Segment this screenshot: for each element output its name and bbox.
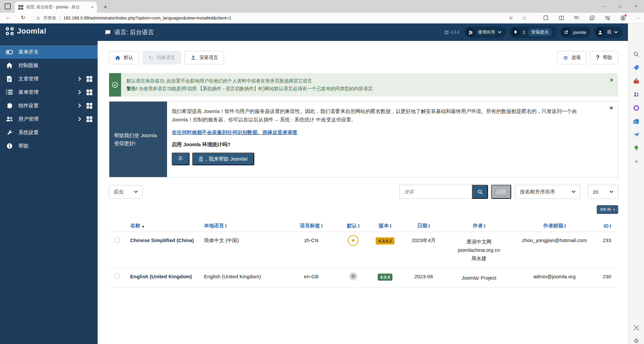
browser-toolbar: ← ↻ ⚠ 不安全 | 192.168.0.99/administrator/i… [0,13,644,23]
sidebar-shopping-icon[interactable] [632,64,640,72]
sidebar-games-icon[interactable] [632,91,640,99]
sidebar-add-icon[interactable]: + [632,158,640,166]
header-name[interactable]: 名称▲ [125,220,199,232]
favorites-icon[interactable] [573,14,580,22]
alert-message: 默认语言保存成功, 此设置不会影响用户在他们的个人资料中或者在登录页面选择其它语… [121,73,389,97]
chevron-down-icon [609,190,613,193]
close-window-button[interactable]: × [628,0,644,13]
stats-review-link[interactable]: 在任何时候都不会采集到任何识别数据。选择这里来审查 [172,129,298,136]
refresh-button[interactable]: ↻ [21,14,25,21]
notifications-button[interactable]: 2 安装提示 [509,26,556,38]
preview-site-button[interactable]: joomla [560,26,591,38]
sidebar-grow-icon[interactable] [632,144,640,152]
alert-line2: 警告! 当使用多语言功能是(即启用 【系统插件 - 语言切换插件】时)网站默认语… [126,85,374,93]
split-screen-icon[interactable] [557,14,565,22]
minimize-button[interactable]: ─ [597,0,612,13]
dashboard-grid-icon[interactable] [87,116,92,122]
question-icon: ? [596,55,599,61]
new-tab-button[interactable]: + [101,2,110,12]
client-select[interactable]: 后台 [109,185,143,198]
author-email-cell: admin@joomla.org [513,268,596,288]
sidebar-tools-icon[interactable] [632,77,640,85]
header-date[interactable]: 日期▴▾ [402,220,445,232]
stats-body: 我们希望提高 Joomla！软件与用户的服务器设置的兼容性。因此，我们需要来自您… [167,102,618,177]
author-cell: Joomla! Project [445,268,513,288]
help-button[interactable]: ? 帮助 [590,51,618,64]
header-version[interactable]: 版本▴▾ [368,220,402,232]
set-default-icon[interactable] [349,272,357,280]
sidebar-screenshot-icon[interactable] [632,324,640,332]
stats-close-icon[interactable]: × [609,104,613,112]
limit-select[interactable]: 20 [588,185,618,199]
filter-bar: 后台 清除 按名称升序排序 20 [109,185,618,199]
header-author[interactable]: 作者▴▾ [445,220,513,232]
sidebar-outlook-icon[interactable] [632,117,640,125]
sidebar-search-icon[interactable] [632,50,640,58]
settings-more-icon[interactable]: ⋯ [635,14,642,22]
sidebar-item-users[interactable]: 用户管理 [0,112,98,126]
extensions-icon[interactable] [542,14,549,22]
stats-yes-button[interactable]: 是，我来帮助 Joomla! [192,153,254,165]
row-radio[interactable] [114,274,120,279]
tab-close-icon[interactable]: × [91,5,94,10]
header-tag[interactable]: 语言标签▴▾ [284,220,338,232]
dashboard-grid-icon[interactable] [87,103,92,109]
back-button[interactable]: ← [5,14,11,20]
tour-button[interactable]: 使用向导 [465,26,506,38]
dashboard-grid-icon[interactable] [87,90,92,95]
filter-right-group: 清除 按名称升序排序 20 [399,185,618,199]
bell-icon [511,28,520,37]
puzzle-icon [5,103,13,109]
chevron-right-icon [78,76,81,81]
sort-select[interactable]: 按名称升序排序 [515,185,580,199]
language-name[interactable]: Chinese Simplified (China) [125,232,199,268]
dashboard-grid-icon[interactable] [87,76,92,82]
header-id[interactable]: ID▴▾ [596,220,617,232]
add-favorite-icon[interactable]: ☆ [522,15,527,21]
sort-icon: ▴▾ [225,224,227,228]
address-bar[interactable]: ⚠ 不安全 | 192.168.0.99/administrator/index… [36,13,231,23]
browser-tab[interactable]: 语言: 后台语言 - joomla - 后台 × [15,2,97,13]
columns-badge[interactable]: 9/9 列 ▾ [597,205,618,214]
stats-no-button[interactable]: 不 [172,153,190,165]
author-cell: 逐浪中文网 joomlachina.org.cn 周永建 [445,232,513,268]
browser-essentials-icon[interactable] [604,14,611,22]
sidebar-item-dashboard[interactable]: 控制面板 [0,59,98,72]
sidebar-item-components[interactable]: 组件设置 [0,99,98,112]
header-native[interactable]: 本地语言▴▾ [199,220,284,232]
header-author-email[interactable]: 作者邮箱▴▾ [513,220,596,232]
sidebar-item-menu-toggle[interactable]: 菜单开关 [0,45,98,59]
sort-icon: ▴▾ [564,224,566,228]
user-menu-button[interactable]: 我 [594,26,623,38]
maximize-button[interactable]: □ [612,0,628,13]
sidebar-item-articles[interactable]: 文章管理 [0,72,98,85]
header-actions: 4.3.4 使用向导 2 安装提示 joomla 我 [444,26,623,38]
profile-avatar[interactable] [619,14,627,22]
default-button[interactable]: 默认 [109,51,139,64]
default-language-star-icon[interactable]: ★ [348,235,359,246]
options-button[interactable]: ⚙ 选项 [557,51,587,64]
header-default[interactable]: 默认▴▾ [338,220,368,232]
search-input[interactable] [399,185,472,199]
security-label: 不安全 [43,15,56,21]
install-language-button[interactable]: 安装语言 [184,51,224,64]
row-radio[interactable] [114,237,120,243]
sidebar-item-menus[interactable]: 菜单管理 [0,85,98,99]
gear-icon: ⚙ [563,55,568,61]
sidebar-item-help[interactable]: 帮助 [0,139,98,153]
clear-button[interactable]: 清除 [491,185,511,199]
collections-icon[interactable] [588,14,596,22]
wrench-icon [5,129,13,136]
alert-line1: 默认语言保存成功, 此设置不会影响用户在他们的个人资料中或者在登录页面选择其它语… [126,77,374,85]
url-text[interactable]: 192.168.0.99/administrator/index.php?opt… [63,15,231,20]
sidebar-settings-gear-icon[interactable]: ⚙ [632,337,640,344]
tab-actions-icon[interactable] [5,3,11,9]
search-button[interactable] [472,185,488,199]
alert-close-icon[interactable]: × [610,76,613,84]
read-aloud-icon[interactable]: A) [509,15,513,20]
switch-language-button: ↻ 切换语言 [143,51,181,64]
sidebar-item-system[interactable]: 系统设置 [0,126,98,139]
sidebar-m365-icon[interactable] [632,104,640,112]
sidebar-drop-icon[interactable] [632,131,640,139]
language-name[interactable]: English (United Kingdom) [125,268,199,288]
